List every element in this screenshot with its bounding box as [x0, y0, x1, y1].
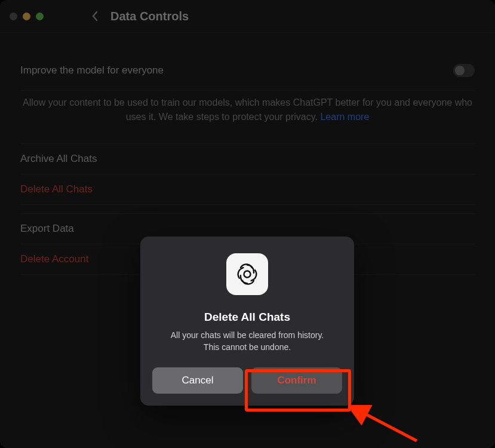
openai-logo-icon	[234, 261, 260, 287]
cancel-button[interactable]: Cancel	[152, 367, 243, 394]
svg-point-0	[244, 271, 251, 278]
dialog-description: All your chats will be cleared from hist…	[167, 330, 328, 353]
confirm-button[interactable]: Confirm	[251, 367, 342, 394]
dialog-buttons: Cancel Confirm	[152, 367, 342, 394]
settings-window: Data Controls Improve the model for ever…	[0, 0, 495, 448]
app-icon	[226, 253, 268, 295]
confirm-dialog: Delete All Chats All your chats will be …	[140, 237, 354, 406]
dialog-title: Delete All Chats	[204, 311, 290, 324]
